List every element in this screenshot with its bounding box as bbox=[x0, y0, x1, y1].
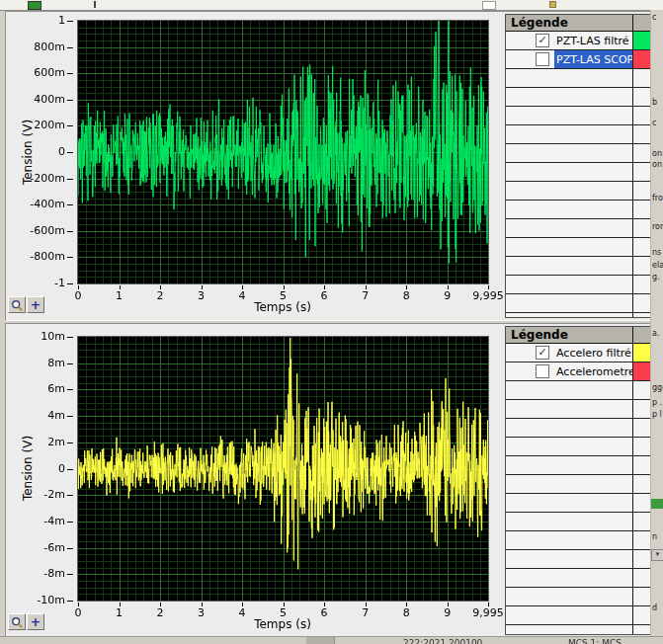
y-tick-label: -8m bbox=[6, 568, 65, 580]
cutoff-text-fragment: n bbox=[652, 532, 657, 541]
cutoff-text-fragment: g. bbox=[652, 273, 660, 282]
legend-row bbox=[506, 201, 652, 219]
legend-row[interactable]: PZT-LAS SCOPE bbox=[506, 50, 652, 69]
legend-empty-cell bbox=[511, 588, 633, 605]
legend-row bbox=[506, 400, 652, 419]
x-tick-mark bbox=[202, 603, 203, 606]
y-tick-mark bbox=[67, 73, 73, 74]
cutoff-text-fragment: ns bbox=[652, 248, 661, 257]
zoom-tool-button[interactable] bbox=[8, 296, 26, 313]
cutoff-text-fragment: c bbox=[652, 119, 656, 127]
y-tick-label: -800m bbox=[6, 251, 65, 263]
toolbar-field-fragment bbox=[482, 1, 496, 10]
legend-empty-cell bbox=[511, 438, 633, 455]
labview-front-panel: Tension (V) 1800m600m400m200m0-200m-400m… bbox=[0, 0, 663, 644]
legend-row[interactable]: Accelerometre (V bbox=[506, 362, 652, 381]
legend-row bbox=[506, 419, 652, 438]
y-tick-mark bbox=[67, 152, 73, 153]
y-tick-label: 1 bbox=[6, 15, 65, 27]
y-tick-mark bbox=[67, 522, 73, 523]
cutoff-text-fragment: c bbox=[652, 13, 656, 22]
legend-body: ✓PZT-LAS filtré (VPZT-LAS SCOPE bbox=[506, 32, 652, 313]
y-tick-label: 800m bbox=[6, 41, 65, 53]
y-tick-mark bbox=[67, 574, 73, 575]
legend-empty-cell bbox=[511, 550, 633, 568]
legend-item-label[interactable]: Accelero filtré (V bbox=[554, 344, 633, 362]
accelero-waveform-plot[interactable] bbox=[77, 336, 489, 602]
y-tick-label: -10m bbox=[6, 595, 65, 606]
x-axis-label: Temps (s) bbox=[184, 300, 381, 314]
x-tick-mark bbox=[78, 285, 79, 289]
legend-row[interactable]: ✓PZT-LAS filtré (V bbox=[506, 32, 652, 50]
x-tick-mark bbox=[406, 603, 407, 606]
zoom-tool-button[interactable] bbox=[8, 613, 26, 630]
legend-row bbox=[506, 107, 652, 125]
legend-row bbox=[506, 163, 652, 182]
y-tick-mark bbox=[67, 125, 73, 126]
legend-row bbox=[506, 276, 652, 294]
x-tick-mark bbox=[284, 603, 285, 606]
x-tick-mark bbox=[366, 285, 367, 289]
x-tick-mark bbox=[406, 285, 407, 289]
y-tick-label: -4m bbox=[6, 516, 65, 527]
legend-row[interactable]: ✓Accelero filtré (V bbox=[506, 344, 652, 362]
legend-checkbox-unchecked[interactable] bbox=[536, 364, 549, 378]
x-tick-label: 9,995 bbox=[466, 290, 510, 302]
legend-row bbox=[506, 494, 652, 513]
legend-empty-cell bbox=[511, 257, 633, 275]
x-tick-mark bbox=[488, 603, 489, 606]
legend-row bbox=[506, 588, 652, 606]
cutoff-green-indicator bbox=[651, 499, 663, 509]
y-tick-label: 6m bbox=[6, 383, 65, 395]
legend-row bbox=[506, 531, 652, 550]
y-tick-mark bbox=[67, 389, 73, 390]
legend-item-label[interactable]: PZT-LAS filtré (V bbox=[554, 32, 633, 49]
x-tick-label: 9,995 bbox=[466, 607, 510, 619]
legend-row bbox=[506, 257, 652, 276]
legend-item-label[interactable]: Accelerometre (V bbox=[554, 362, 633, 380]
legend-checkbox-checked[interactable]: ✓ bbox=[536, 34, 549, 47]
legend-row bbox=[506, 456, 652, 475]
cutoff-text-fragment: fro bbox=[652, 194, 663, 202]
x-tick-mark bbox=[324, 285, 325, 289]
x-tick-mark bbox=[448, 603, 449, 606]
y-tick-label: 200m bbox=[6, 120, 65, 131]
cutoff-text-fragment: ela bbox=[652, 261, 663, 270]
legend-empty-cell bbox=[511, 569, 633, 587]
cutoff-text-fragment: on bbox=[652, 160, 662, 169]
legend-empty-cell bbox=[511, 69, 633, 87]
y-tick-mark bbox=[67, 179, 73, 180]
legend-checkbox-checked[interactable]: ✓ bbox=[536, 346, 549, 360]
legend-row bbox=[506, 438, 652, 456]
cursor-tool-button[interactable]: + bbox=[27, 613, 44, 630]
legend-panel: Légende ✓Accelero filtré (VAccelerometre… bbox=[505, 326, 653, 635]
legend-item-label[interactable]: PZT-LAS SCOPE bbox=[554, 50, 633, 68]
pzt-graph-section: Tension (V) 1800m600m400m200m0-200m-400m… bbox=[5, 11, 653, 321]
legend-checkbox-unchecked[interactable] bbox=[536, 52, 549, 66]
cutoff-text-fragment: gge bbox=[652, 383, 663, 392]
graph-palette: + bbox=[8, 296, 44, 313]
y-tick-label: 400m bbox=[6, 94, 65, 106]
legend-empty-cell bbox=[511, 125, 633, 143]
y-tick-mark bbox=[67, 21, 73, 22]
y-tick-label: 8m bbox=[6, 358, 65, 369]
pzt-waveform-plot[interactable] bbox=[77, 20, 489, 284]
legend-empty-cell bbox=[511, 276, 633, 293]
x-tick-label: 9 bbox=[426, 607, 469, 619]
y-tick-mark bbox=[67, 337, 73, 338]
x-tick-mark bbox=[366, 603, 367, 606]
cursor-tool-button[interactable]: + bbox=[27, 296, 44, 313]
toolbar-dot bbox=[549, 1, 556, 8]
y-tick-mark bbox=[67, 231, 73, 232]
x-tick-mark bbox=[202, 285, 203, 289]
cutoff-text-fragment: b bbox=[652, 98, 657, 107]
status-text-right: MCS 1: MCS bbox=[568, 638, 622, 644]
legend-row bbox=[506, 513, 652, 531]
cutoff-text-fragment: b bbox=[652, 10, 657, 11]
y-tick-mark bbox=[67, 469, 73, 470]
top-toolbar-fragment bbox=[0, 0, 663, 11]
x-tick-label: 1 bbox=[98, 607, 141, 619]
y-tick-mark bbox=[67, 47, 73, 48]
x-tick-label: 2 bbox=[138, 607, 182, 619]
legend-body: ✓Accelero filtré (VAccelerometre (V bbox=[506, 344, 652, 625]
